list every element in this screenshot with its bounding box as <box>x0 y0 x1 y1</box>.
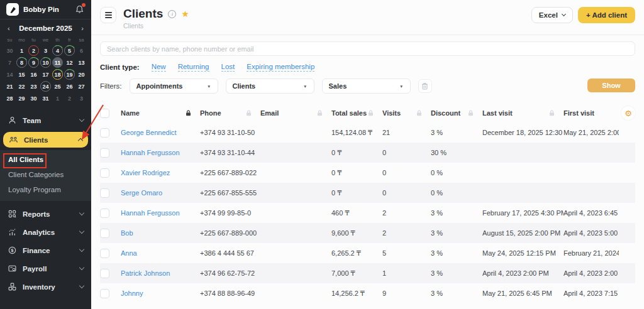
calendar-day[interactable]: 12 <box>64 57 75 68</box>
calendar-day[interactable]: 4 <box>52 45 63 56</box>
calendar-day[interactable]: 3 <box>76 93 87 104</box>
calendar-day[interactable]: 11 <box>52 57 63 68</box>
client-phone: +374 93 31-10-44 <box>200 149 260 156</box>
client-total-sales: 154,124.08 ₸ <box>331 129 382 137</box>
client-phone: +374 99 99-85-0 <box>200 209 260 217</box>
client-type-returning[interactable]: Returning <box>178 63 209 72</box>
search-input[interactable] <box>100 41 635 56</box>
row-checkbox[interactable] <box>100 249 109 258</box>
chevron-down-icon <box>79 283 84 288</box>
calendar-day[interactable]: 14 <box>4 69 15 80</box>
calendar-day[interactable]: 31 <box>40 93 51 104</box>
filter-sales-dropdown[interactable]: Sales▼ <box>322 79 411 94</box>
row-checkbox[interactable] <box>100 188 109 198</box>
calendar-day[interactable]: 29 <box>16 93 27 104</box>
filter-clients-dropdown[interactable]: Clients▼ <box>226 79 314 94</box>
calendar-day[interactable]: 30 <box>4 45 15 56</box>
client-name-link[interactable]: Hannah Fergusson <box>121 149 180 156</box>
calendar-day[interactable]: 1 <box>16 45 27 56</box>
column-header[interactable]: Email <box>260 109 331 117</box>
client-visits: 0 <box>382 169 431 176</box>
client-type-new[interactable]: New <box>152 63 166 72</box>
column-header[interactable]: Visits <box>382 109 431 117</box>
calendar-day[interactable]: 2 <box>64 93 75 104</box>
row-checkbox[interactable] <box>100 148 109 158</box>
row-checkbox[interactable] <box>100 229 109 238</box>
calendar-day[interactable]: 6 <box>76 45 87 56</box>
column-header[interactable]: Discount <box>431 109 482 117</box>
add-client-button[interactable]: + Add client <box>578 7 635 23</box>
calendar-day[interactable]: 23 <box>28 81 39 92</box>
sidebar-item-team[interactable]: Team <box>0 111 91 129</box>
client-name-link[interactable]: Bob <box>121 229 133 237</box>
calendar-next-icon[interactable]: › <box>81 25 84 32</box>
row-checkbox[interactable] <box>100 269 109 278</box>
calendar-day[interactable]: 5 <box>64 45 75 56</box>
favorite-star-icon[interactable]: ★ <box>181 9 189 19</box>
sidebar-item-finance[interactable]: $ Finance <box>0 241 91 259</box>
row-checkbox[interactable] <box>100 209 109 218</box>
client-type-lost[interactable]: Lost <box>221 63 235 72</box>
calendar-day[interactable]: 3 <box>40 45 51 56</box>
calendar-day[interactable]: 28 <box>4 93 15 104</box>
calendar-day[interactable]: 20 <box>76 69 87 80</box>
submenu-item-client-categories[interactable]: Client Categories <box>0 167 91 182</box>
client-name-link[interactable]: George Bennedict <box>121 129 177 136</box>
calendar-day[interactable]: 7 <box>4 57 15 68</box>
calendar-day[interactable]: 26 <box>64 81 75 92</box>
calendar-day[interactable]: 2 <box>28 45 39 56</box>
client-name-link[interactable]: Xavier Rodrigez <box>121 169 170 176</box>
calendar-day[interactable]: 8 <box>16 57 27 68</box>
excel-export-button[interactable]: Excel <box>531 7 573 23</box>
calendar-day[interactable]: 16 <box>28 69 39 80</box>
calendar-day[interactable]: 24 <box>40 81 51 92</box>
clear-filters-button[interactable] <box>418 79 432 93</box>
filter-appointments-dropdown[interactable]: Appointments▼ <box>130 79 218 94</box>
column-header[interactable]: Phone <box>200 109 260 117</box>
client-type-expiring-membership[interactable]: Expiring membership <box>247 63 314 72</box>
client-name-link[interactable]: Hannah Fergusson <box>121 209 180 217</box>
column-header[interactable]: First visit <box>564 109 619 117</box>
sidebar-item-payroll[interactable]: Payroll <box>0 259 91 278</box>
sidebar-item-reports[interactable]: Reports <box>0 205 91 223</box>
client-name-link[interactable]: Patrick Johnson <box>121 269 170 277</box>
sidebar-item-clients[interactable]: Clients <box>3 132 88 148</box>
calendar-day[interactable]: 18 <box>52 69 63 80</box>
sidebar-item-inventory[interactable]: Inventory <box>0 278 91 296</box>
calendar-prev-icon[interactable]: ‹ <box>8 25 10 32</box>
column-header[interactable]: Last visit <box>482 109 564 117</box>
row-checkbox[interactable] <box>100 289 109 298</box>
sidebar-item-analytics[interactable]: Analytics <box>0 223 91 241</box>
row-checkbox[interactable] <box>100 168 109 178</box>
table-row: Serge Omaro+225 667-855-5550 ₸00 % <box>100 183 635 203</box>
calendar-day[interactable]: 27 <box>76 81 87 92</box>
calendar-day[interactable]: 10 <box>40 57 51 68</box>
calendar-day[interactable]: 21 <box>4 81 15 92</box>
client-name-link[interactable]: Johnny <box>121 290 143 297</box>
show-button[interactable]: Show <box>587 79 635 92</box>
notifications-bell-icon[interactable] <box>75 4 85 14</box>
info-icon[interactable]: i <box>168 10 176 18</box>
submenu-item-loyalty-program[interactable]: Loyalty Program <box>0 182 91 197</box>
filters-row: Filters: Appointments▼ Clients▼ Sales▼ S… <box>100 79 635 94</box>
row-checkbox[interactable] <box>100 128 109 138</box>
svg-text:$: $ <box>11 247 14 253</box>
calendar-day[interactable]: 9 <box>28 57 39 68</box>
submenu-item-all-clients[interactable]: All Clients <box>0 152 91 167</box>
calendar-day[interactable]: 1 <box>52 93 63 104</box>
calendar-day[interactable]: 25 <box>52 81 63 92</box>
calendar-day[interactable]: 30 <box>28 93 39 104</box>
select-all-checkbox[interactable] <box>100 109 109 118</box>
column-header[interactable]: Name <box>121 109 200 117</box>
calendar-day[interactable]: 22 <box>16 81 27 92</box>
client-total-sales: 14,256.2 ₸ <box>331 290 382 298</box>
calendar-day[interactable]: 17 <box>40 69 51 80</box>
menu-toggle-button[interactable] <box>100 7 116 23</box>
calendar-day[interactable]: 19 <box>64 69 75 80</box>
client-name-link[interactable]: Anna <box>121 249 137 257</box>
calendar-day[interactable]: 13 <box>76 57 87 68</box>
client-name-link[interactable]: Serge Omaro <box>121 189 162 197</box>
table-settings-button[interactable]: ⚙ <box>621 106 635 120</box>
column-header[interactable]: Total sales <box>331 109 382 117</box>
calendar-day[interactable]: 15 <box>16 69 27 80</box>
